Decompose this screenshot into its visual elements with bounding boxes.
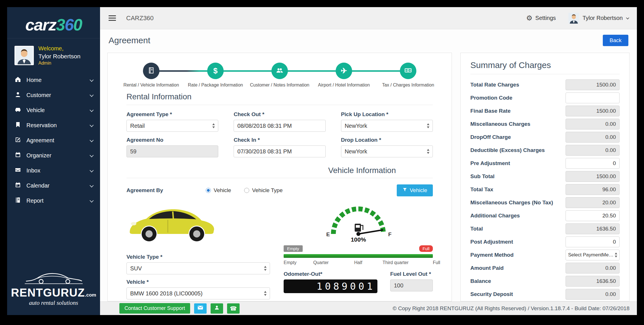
radio-vehicle[interactable]: Vehicle: [206, 187, 231, 194]
check-out-input[interactable]: [234, 120, 325, 132]
odometer-out-label: Odometer-Out*: [284, 271, 377, 277]
vehicle-label: Vehicle *: [126, 279, 270, 285]
content-area: Agreement Back Rental / Vehicle Informat…: [100, 29, 637, 301]
vehicle-photo: [126, 200, 270, 249]
radio-vehicle-type[interactable]: Vehicle Type: [244, 187, 282, 194]
customers-icon: [276, 66, 284, 75]
select-stepper-icon: [264, 266, 267, 271]
step-airport-hotel[interactable]: ✈ Airport / Hotel Information: [312, 63, 376, 88]
select-stepper-icon: [427, 123, 430, 128]
copyright-text: © Copy Right 2018 RENTGURUZ (All Rights …: [393, 305, 630, 312]
journal-icon: [148, 67, 155, 75]
step-circle: [143, 63, 159, 79]
chevron-down-icon: [90, 153, 94, 157]
topbar-title: CARZ360: [126, 15, 154, 22]
final-base-rate-input: [566, 106, 620, 116]
chevron-down-icon: [90, 123, 94, 127]
plane-icon: ✈: [341, 67, 347, 75]
sidebar-nav: Home Customer Vehicle Reservation Agreem: [7, 73, 100, 208]
user-menu[interactable]: Tylor Robertson: [568, 13, 628, 24]
cash-icon: [404, 66, 412, 75]
sidebar-item-label: Report: [26, 198, 43, 204]
post-adjustment-input[interactable]: [566, 236, 620, 247]
report-icon: [14, 197, 21, 205]
step-rental-vehicle[interactable]: Rental / Vehicle Information: [119, 63, 183, 88]
brand-suffix: .com: [85, 292, 96, 298]
sidebar-item-home[interactable]: Home: [7, 73, 100, 88]
agreement-type-select[interactable]: Retail: [126, 120, 218, 132]
sidebar-item-vehicle[interactable]: Vehicle: [7, 103, 100, 118]
step-customer-notes[interactable]: Customer / Notes Information: [248, 63, 312, 88]
promotion-code-input[interactable]: [566, 92, 620, 103]
person-icon: [214, 305, 220, 312]
pre-adjustment-input[interactable]: [566, 158, 620, 169]
summary-row: Total Tax: [470, 184, 620, 195]
car-outline-icon: [21, 282, 86, 287]
check-in-input[interactable]: [234, 145, 325, 157]
miscellaneous-charges-input: [566, 119, 620, 129]
payment-method-select[interactable]: Select PaymentMethod: [566, 250, 620, 260]
vehicle-select[interactable]: BMW 1600 2018 (LIC00005): [126, 287, 270, 299]
drop-location-select[interactable]: NewYork: [341, 145, 433, 157]
user-avatar: [14, 46, 34, 65]
sidebar-item-calendar[interactable]: Calendar: [7, 178, 100, 193]
sidebar-item-agreement[interactable]: Agreement: [7, 133, 100, 148]
footer: Contact Customer Support ☎ © Copy Right …: [100, 301, 637, 315]
sidebar-item-report[interactable]: Report: [7, 193, 100, 208]
phone-button[interactable]: ☎: [227, 303, 240, 314]
customer-icon: [14, 91, 21, 99]
radio-dot-icon: [244, 188, 249, 193]
user-menu-label: Tylor Robertson: [583, 15, 623, 21]
contact-person-button[interactable]: [211, 303, 223, 314]
settings-button[interactable]: ⚙ Settings: [526, 15, 556, 22]
reservation-icon: [14, 121, 21, 129]
svg-text:E: E: [326, 231, 330, 237]
summary-row: Balance: [470, 276, 620, 287]
step-label: Rate / Package Information: [188, 83, 243, 88]
sidebar-item-inbox[interactable]: Inbox: [7, 163, 100, 178]
total-input: [566, 223, 620, 234]
dollar-icon: $: [213, 67, 217, 75]
step-label: Tax / Charges Information: [382, 83, 434, 88]
additional-charges-input[interactable]: [566, 210, 620, 221]
sidebar-item-customer[interactable]: Customer: [7, 88, 100, 103]
agreement-no-label: Agreement No: [126, 137, 218, 143]
sub-total-input: [566, 171, 620, 182]
svg-text:F: F: [388, 231, 392, 237]
fuel-level-out-input: [390, 279, 433, 291]
empty-badge: Empty: [284, 245, 303, 252]
contact-support-button[interactable]: Contact Customer Support: [119, 303, 190, 314]
page-title: Agreement: [109, 36, 150, 45]
summary-row: Total Rate Charges: [470, 79, 620, 90]
hamburger-menu-icon[interactable]: [109, 15, 116, 21]
sidebar-item-label: Calendar: [26, 182, 49, 189]
step-label: Airport / Hotel Information: [318, 83, 370, 88]
rentguruz-logo: RENTGURUZ.com auto rental solutions: [7, 264, 100, 315]
sidebar-item-organizer[interactable]: Organizer: [7, 148, 100, 163]
chevron-down-icon: [90, 138, 94, 142]
security-deposit-input: [566, 289, 620, 300]
step-tax-charges[interactable]: Tax / Charges Information: [376, 63, 440, 88]
fuel-level-out-label: Fuel Level Out *: [390, 271, 433, 277]
fuel-gauge: E F 100%: [284, 200, 433, 243]
sidebar-item-reservation[interactable]: Reservation: [7, 118, 100, 133]
step-circle: [271, 63, 288, 79]
pickup-location-select[interactable]: NewYork: [341, 120, 433, 132]
email-button[interactable]: [194, 303, 207, 314]
agreement-card: Rental / Vehicle Information $ Rate / Pa…: [107, 53, 452, 301]
vehicle-filter-button[interactable]: Vehicle: [397, 184, 433, 196]
step-circle: [400, 63, 416, 79]
user-avatar-small: [568, 13, 579, 24]
step-rate-package[interactable]: $ Rate / Package Information: [183, 63, 248, 88]
envelope-icon: [197, 305, 203, 312]
deductible-charges-input: [566, 145, 620, 156]
wizard-stepper: Rental / Vehicle Information $ Rate / Pa…: [119, 63, 440, 88]
sidebar-item-label: Home: [26, 77, 41, 83]
back-button[interactable]: Back: [603, 35, 628, 46]
vehicle-type-select[interactable]: SUV: [126, 262, 270, 274]
rental-information-section: Rental Information Agreement Type * Reta…: [119, 92, 440, 299]
select-stepper-icon: [264, 291, 267, 296]
funnel-icon: [402, 187, 407, 194]
fuel-level-slider[interactable]: [284, 254, 433, 258]
sidebar-item-label: Inbox: [26, 167, 40, 174]
